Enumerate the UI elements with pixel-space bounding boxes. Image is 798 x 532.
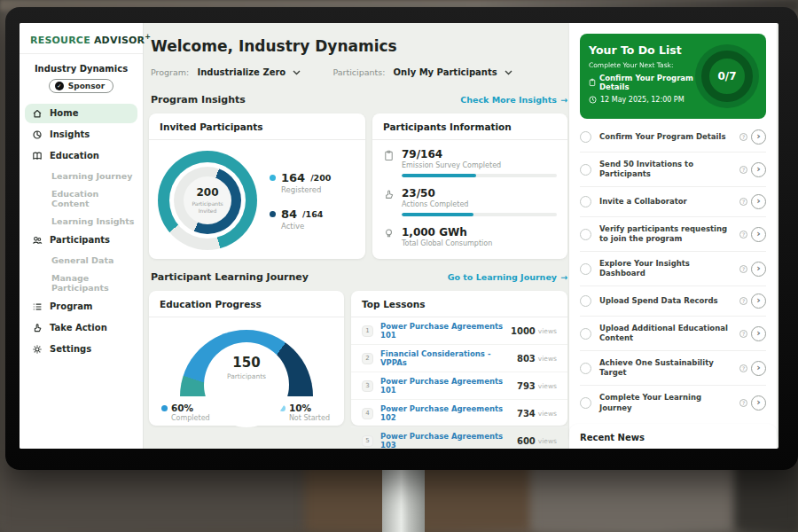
stat-actions-completed: 23/50 Actions Completed: [383, 187, 557, 216]
task-checkbox[interactable]: [580, 363, 591, 374]
task-chevron-button[interactable]: ›: [751, 162, 766, 177]
program-filter-value: Industrialize Zero: [197, 67, 286, 77]
progress-track: [402, 174, 557, 177]
monitor-stand: [382, 465, 425, 532]
task-checkbox[interactable]: [580, 263, 591, 275]
info-card-body: 79/164 Emission Survey Completed 23/50 A…: [372, 140, 567, 265]
legend-pct: 60%: [171, 403, 193, 413]
clipboard-icon: [589, 78, 596, 87]
task-chevron-button[interactable]: ›: [751, 129, 766, 145]
task-row: Verify participants requesting to join t…: [580, 217, 766, 252]
participants-filter[interactable]: Participants: Only My Participants: [332, 67, 512, 77]
task-label: Confirm Your Program Details: [599, 132, 736, 142]
section-title: Participant Learning Journey: [151, 271, 309, 283]
info-icon[interactable]: ?: [739, 265, 747, 273]
sidebar-item-education[interactable]: Education: [20, 146, 143, 166]
lesson-rank: 4: [362, 408, 373, 419]
legend-value: 84: [281, 207, 297, 221]
brand-part2: ADVISOR: [94, 35, 145, 46]
lesson-rank: 2: [362, 353, 373, 364]
lesson-row: 1 Power Purchase Agreements 101 1000 vie…: [351, 317, 567, 345]
task-checkbox[interactable]: [580, 164, 591, 176]
link-text: Go to Learning Journey: [448, 272, 557, 282]
info-icon[interactable]: ?: [739, 133, 747, 141]
info-icon[interactable]: ?: [739, 166, 747, 174]
info-icon[interactable]: ?: [739, 399, 747, 407]
lesson-rank: 3: [362, 380, 373, 392]
sidebar-item-label: Education: [50, 151, 99, 160]
info-icon[interactable]: ?: [739, 198, 747, 206]
organization-name: Industry Dynamics: [20, 64, 143, 74]
sidebar-item-general-data[interactable]: General Data: [20, 252, 143, 269]
stat-global-consumption: 1,000 GWh Total Global Consumption: [383, 226, 557, 247]
invited-center-value: 200: [196, 186, 218, 199]
sidebar-item-education-content[interactable]: Education Content: [20, 185, 143, 212]
learning-journey-header: Participant Learning Journey Go to Learn…: [151, 271, 567, 283]
card-title: Education Progress: [149, 291, 344, 317]
task-checkbox[interactable]: [580, 295, 591, 307]
info-icon[interactable]: ?: [739, 330, 747, 338]
task-chevron-button[interactable]: ›: [751, 227, 766, 242]
sidebar-item-insights[interactable]: Insights: [20, 125, 143, 145]
insights-icon: [32, 129, 43, 140]
task-checkbox[interactable]: [580, 196, 591, 207]
sidebar-item-program[interactable]: Program: [20, 297, 143, 317]
sidebar-item-learning-journey[interactable]: Learning Journey: [20, 168, 143, 184]
todo-panel: Your To Do List Complete Your Next Task:…: [569, 23, 777, 443]
todo-next-task: Confirm Your Program Details: [589, 74, 711, 91]
sidebar-item-label: Participants: [50, 235, 110, 245]
lesson-row: 4 Power Purchase Agreements 102 734 view…: [351, 400, 567, 427]
info-icon[interactable]: ?: [739, 231, 747, 239]
sponsor-badge: ✓ Sponsor: [49, 79, 114, 93]
task-chevron-button[interactable]: ›: [751, 262, 766, 277]
task-label: Explore Your Insights Dashboard: [599, 259, 736, 278]
views-suffix: views: [538, 382, 557, 390]
lesson-link[interactable]: Power Purchase Agreements 103: [380, 432, 517, 449]
task-chevron-button[interactable]: ›: [751, 194, 766, 209]
info-icon[interactable]: ?: [739, 297, 747, 305]
sidebar-nav: Home Insights Education Learning Journey…: [20, 104, 143, 359]
task-checkbox[interactable]: [580, 397, 591, 409]
chevron-down-icon: [505, 70, 512, 75]
sidebar-item-take-action[interactable]: Take Action: [20, 318, 143, 338]
education-gauge: 150 Participants: [149, 317, 344, 401]
sidebar-item-learning-insights[interactable]: Learning Insights: [20, 213, 143, 230]
program-insights-header: Program Insights Check More Insights→: [151, 94, 567, 106]
info-icon[interactable]: ?: [739, 364, 747, 372]
lesson-link[interactable]: Financial Considerations - VPPAs: [380, 349, 517, 367]
card-title: Invited Participants: [149, 113, 365, 140]
sponsor-badge-icon: ✓: [55, 82, 64, 90]
background-band: [532, 461, 740, 532]
task-chevron-button[interactable]: ›: [751, 326, 766, 341]
sidebar-item-home[interactable]: Home: [25, 104, 137, 123]
task-checkbox[interactable]: [580, 328, 591, 340]
task-chevron-button[interactable]: ›: [751, 395, 766, 411]
stat-label: Total Global Consumption: [402, 239, 557, 247]
list-icon: [32, 301, 43, 312]
lesson-link[interactable]: Power Purchase Agreements 102: [380, 404, 517, 422]
lesson-link[interactable]: Power Purchase Agreements 101: [380, 377, 517, 395]
invited-center-label: Participants Invited: [192, 200, 223, 215]
clock-icon: [589, 96, 597, 104]
check-more-insights-link[interactable]: Check More Insights→: [460, 95, 567, 105]
sidebar-item-label: Settings: [50, 344, 91, 354]
legend-completed: 60% Completed: [161, 403, 210, 422]
legend-active: 84 /164 Active: [270, 207, 331, 231]
program-filter[interactable]: Program: Industrialize Zero: [151, 67, 301, 77]
legend-label: Completed: [171, 414, 210, 422]
views-suffix: views: [538, 410, 557, 418]
gauge-center-value: 150: [149, 355, 344, 371]
task-checkbox[interactable]: [580, 131, 591, 143]
book-icon: [32, 151, 43, 161]
sidebar-item-manage-participants[interactable]: Manage Participants: [20, 270, 143, 296]
task-chevron-button[interactable]: ›: [751, 293, 766, 309]
lesson-views: 600: [517, 436, 536, 446]
progress-track: [402, 213, 557, 216]
task-chevron-button[interactable]: ›: [751, 361, 766, 376]
lesson-link[interactable]: Power Purchase Agreements 101: [380, 322, 511, 340]
stat-label: Actions Completed: [402, 200, 557, 208]
task-checkbox[interactable]: [580, 229, 591, 240]
sidebar-item-participants[interactable]: Participants: [20, 231, 143, 250]
go-to-learning-journey-link[interactable]: Go to Learning Journey→: [448, 272, 567, 282]
sidebar-item-settings[interactable]: Settings: [20, 340, 143, 359]
